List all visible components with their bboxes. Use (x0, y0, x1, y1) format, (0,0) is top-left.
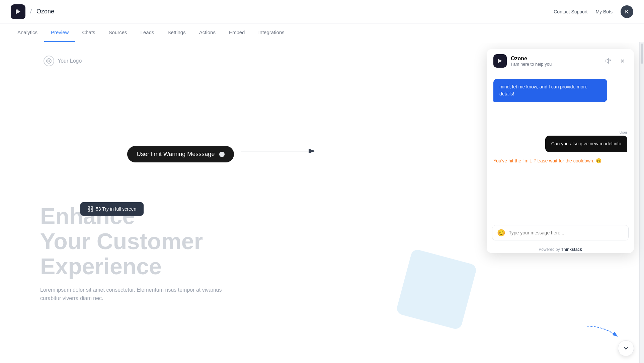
chat-header-actions: ✕ (603, 56, 627, 66)
fullscreen-label: 53 Try in full screen (96, 206, 136, 212)
powered-by-text: Powered by (539, 247, 561, 252)
breadcrumb-slash: / (30, 8, 32, 15)
chat-input-box: 😊 (492, 225, 629, 240)
tab-chats[interactable]: Chats (75, 23, 102, 42)
hero-section: EnhanceYour CustomerExperience 53 Try in… (40, 204, 224, 303)
bot-message: mind, let me know, and I can provide mor… (493, 79, 607, 102)
tab-leads[interactable]: Leads (134, 23, 161, 42)
tab-embed[interactable]: Embed (222, 23, 252, 42)
mute-button[interactable] (603, 56, 613, 66)
decorative-shape (396, 248, 478, 331)
emoji-button[interactable]: 😊 (497, 229, 505, 237)
expand-icon (88, 206, 93, 212)
mute-icon (605, 58, 611, 64)
scrollbar-track[interactable] (639, 42, 644, 363)
tab-settings[interactable]: Settings (161, 23, 192, 42)
chat-collapse-button[interactable] (618, 340, 634, 356)
header: / Ozone Contact Support My Bots K (0, 0, 644, 23)
warning-tooltip: User limit Warning Messsage (127, 146, 234, 162)
hero-subtext: Lorem ipsum dolor sit amet consectetur. … (40, 286, 224, 303)
chat-input-area: 😊 (487, 221, 634, 244)
svg-point-1 (48, 60, 50, 62)
user-avatar[interactable]: K (621, 5, 633, 18)
close-icon: ✕ (620, 58, 625, 64)
app-title: Ozone (36, 8, 54, 15)
chat-widget: Ozone I am here to help you ✕ (487, 49, 634, 253)
chat-header: Ozone I am here to help you ✕ (487, 49, 634, 73)
svg-rect-6 (88, 210, 90, 211)
header-right: Contact Support My Bots K (554, 5, 633, 18)
close-button[interactable]: ✕ (617, 56, 627, 66)
dashed-arrow (584, 323, 627, 343)
warning-dot (219, 152, 225, 157)
warning-arrow (241, 144, 321, 158)
logo-placeholder-icon (44, 56, 54, 66)
chat-messages[interactable]: mind, let me know, and I can provide mor… (487, 73, 634, 221)
svg-rect-5 (91, 207, 93, 208)
chat-bot-name: Ozone (511, 56, 599, 62)
preview-area: Your Logo User limit Warning Messsage En… (0, 42, 644, 363)
tab-actions[interactable]: Actions (192, 23, 222, 42)
chat-bot-info: Ozone I am here to help you (511, 56, 599, 67)
chevron-down-icon (623, 345, 629, 352)
tab-integrations[interactable]: Integrations (251, 23, 291, 42)
powered-brand: Thinkstack (561, 247, 582, 252)
tab-sources[interactable]: Sources (102, 23, 134, 42)
user-message: Can you also give new model info (545, 136, 627, 152)
svg-rect-4 (88, 207, 90, 208)
powered-by: Powered by Thinkstack (487, 244, 634, 253)
chat-message-input[interactable] (509, 230, 624, 235)
main-content: Your Logo User limit Warning Messsage En… (0, 42, 644, 363)
chat-bot-subtitle: I am here to help you (511, 62, 599, 67)
nav-tabs: Analytics Preview Chats Sources Leads Se… (0, 23, 644, 42)
svg-rect-7 (91, 210, 93, 211)
svg-point-0 (47, 59, 51, 63)
fullscreen-button[interactable]: 53 Try in full screen (80, 202, 144, 216)
your-logo-text: Your Logo (58, 58, 82, 64)
user-message-wrapper: User Can you also give new model info (493, 130, 627, 152)
contact-support-link[interactable]: Contact Support (554, 9, 587, 14)
scrollbar-thumb[interactable] (641, 44, 643, 64)
user-label: User (620, 130, 627, 134)
tab-preview[interactable]: Preview (44, 23, 75, 42)
tab-analytics[interactable]: Analytics (11, 23, 44, 42)
warning-label: User limit Warning Messsage (137, 151, 215, 158)
chat-bot-logo (493, 54, 507, 68)
your-logo-placeholder: Your Logo (44, 56, 82, 66)
app-logo-icon (11, 4, 25, 19)
logo-area: / Ozone (11, 4, 54, 19)
warning-message: You've hit the limit. Please wait for th… (493, 156, 627, 166)
my-bots-link[interactable]: My Bots (595, 9, 613, 14)
